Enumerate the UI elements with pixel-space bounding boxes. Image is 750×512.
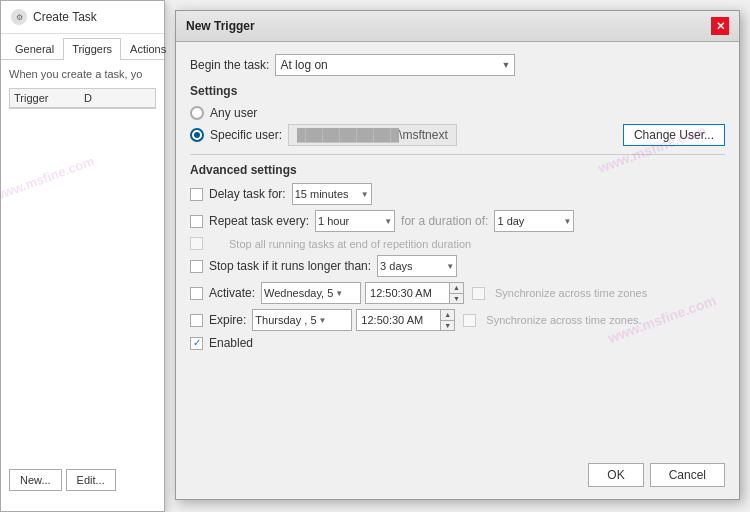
- create-task-window: ⚙ Create Task General Triggers Actions W…: [0, 0, 165, 512]
- activate-time-spinner[interactable]: ▲ ▼: [450, 282, 464, 304]
- user-value-field: ████████████ \msftnext: [288, 124, 457, 146]
- create-task-icon: ⚙: [11, 9, 27, 25]
- begin-task-row: Begin the task: At log on ▼: [190, 54, 725, 76]
- begin-task-select[interactable]: At log on ▼: [275, 54, 515, 76]
- repeat-task-select[interactable]: 1 hour ▼: [315, 210, 395, 232]
- expire-time-spinner[interactable]: ▲ ▼: [441, 309, 455, 331]
- activate-sync-checkbox: [472, 287, 485, 300]
- delay-task-label: Delay task for:: [209, 187, 286, 201]
- specific-user-row: Specific user: ████████████ \msftnext Ch…: [190, 124, 725, 146]
- expire-sync-label: Synchronize across time zones.: [486, 314, 641, 326]
- stop-if-arrow-icon: ▼: [446, 262, 454, 271]
- delay-arrow-icon: ▼: [361, 190, 369, 199]
- stop-if-runs-select[interactable]: 3 days ▼: [377, 255, 457, 277]
- activate-time-input[interactable]: 12:50:30 AM: [365, 282, 450, 304]
- any-user-row: Any user: [190, 106, 725, 120]
- trigger-header: Trigger D: [10, 89, 155, 108]
- change-user-button[interactable]: Change User...: [623, 124, 725, 146]
- dialog-body: Begin the task: At log on ▼ Settings Any…: [176, 42, 739, 370]
- advanced-settings-title: Advanced settings: [190, 163, 725, 177]
- tab-actions[interactable]: Actions: [121, 38, 175, 59]
- enabled-checkbox[interactable]: [190, 337, 203, 350]
- ok-button[interactable]: OK: [588, 463, 643, 487]
- expire-date-select[interactable]: Thursday , 5 ▼: [252, 309, 352, 331]
- activate-checkbox[interactable]: [190, 287, 203, 300]
- expire-time-up-icon[interactable]: ▲: [441, 310, 454, 321]
- dialog-title: New Trigger: [186, 19, 255, 33]
- any-user-label: Any user: [210, 106, 257, 120]
- expire-checkbox[interactable]: [190, 314, 203, 327]
- stop-if-runs-row: Stop task if it runs longer than: 3 days…: [190, 255, 725, 277]
- expire-label: Expire:: [209, 313, 246, 327]
- dialog-titlebar: New Trigger ✕: [176, 11, 739, 42]
- create-task-tabs: General Triggers Actions: [1, 34, 164, 60]
- create-task-titlebar: ⚙ Create Task: [1, 1, 164, 34]
- stop-all-checkbox: [190, 237, 203, 250]
- activate-row: Activate: Wednesday, 5 ▼ 12:50:30 AM ▲ ▼…: [190, 282, 725, 304]
- begin-task-arrow-icon: ▼: [501, 60, 510, 70]
- for-duration-select[interactable]: 1 day ▼: [494, 210, 574, 232]
- tab-general[interactable]: General: [6, 38, 63, 59]
- stop-all-row: Stop all running tasks at end of repetit…: [190, 237, 725, 250]
- expire-time-down-icon[interactable]: ▼: [441, 321, 454, 331]
- expire-time-input[interactable]: 12:50:30 AM: [356, 309, 441, 331]
- tab-triggers[interactable]: Triggers: [63, 38, 121, 60]
- watermark-bg: www.msfine.com: [0, 153, 96, 203]
- repeat-task-label: Repeat task every:: [209, 214, 309, 228]
- cancel-button[interactable]: Cancel: [650, 463, 725, 487]
- expire-row: Expire: Thursday , 5 ▼ 12:50:30 AM ▲ ▼ S…: [190, 309, 725, 331]
- activate-time-down-icon[interactable]: ▼: [450, 294, 463, 304]
- enabled-label: Enabled: [209, 336, 253, 350]
- dialog-close-button[interactable]: ✕: [711, 17, 729, 35]
- stop-if-runs-label: Stop task if it runs longer than:: [209, 259, 371, 273]
- delay-task-checkbox[interactable]: [190, 188, 203, 201]
- bg-action-buttons: New... Edit...: [9, 469, 116, 491]
- activate-time-input-group: 12:50:30 AM ▲ ▼: [365, 282, 464, 304]
- new-trigger-dialog: New Trigger ✕ Begin the task: At log on …: [175, 10, 740, 500]
- settings-label: Settings: [190, 84, 725, 98]
- duration-arrow-icon: ▼: [564, 217, 572, 226]
- repeat-task-row: Repeat task every: 1 hour ▼ for a durati…: [190, 210, 725, 232]
- divider-1: [190, 154, 725, 155]
- edit-trigger-button[interactable]: Edit...: [66, 469, 116, 491]
- activate-time-up-icon[interactable]: ▲: [450, 283, 463, 294]
- activate-sync-label: Synchronize across time zones: [495, 287, 647, 299]
- stop-all-label: Stop all running tasks at end of repetit…: [229, 238, 471, 250]
- repeat-task-checkbox[interactable]: [190, 215, 203, 228]
- activate-date-arrow-icon: ▼: [335, 289, 343, 298]
- bg-content-text: When you create a task, yo Trigger D: [1, 60, 164, 117]
- enabled-row: Enabled: [190, 336, 725, 350]
- begin-task-label: Begin the task:: [190, 58, 269, 72]
- new-trigger-button[interactable]: New...: [9, 469, 62, 491]
- activate-date-select[interactable]: Wednesday, 5 ▼: [261, 282, 361, 304]
- specific-user-radio[interactable]: [190, 128, 204, 142]
- expire-time-input-group: 12:50:30 AM ▲ ▼: [356, 309, 455, 331]
- expire-date-arrow-icon: ▼: [319, 316, 327, 325]
- trigger-table: Trigger D: [9, 88, 156, 109]
- dialog-footer: OK Cancel: [588, 463, 725, 487]
- for-duration-label: for a duration of:: [401, 214, 488, 228]
- delay-task-row: Delay task for: 15 minutes ▼: [190, 183, 725, 205]
- activate-label: Activate:: [209, 286, 255, 300]
- repeat-arrow-icon: ▼: [384, 217, 392, 226]
- any-user-radio[interactable]: [190, 106, 204, 120]
- delay-task-select[interactable]: 15 minutes ▼: [292, 183, 372, 205]
- stop-if-runs-checkbox[interactable]: [190, 260, 203, 273]
- expire-sync-checkbox: [463, 314, 476, 327]
- create-task-title: Create Task: [33, 10, 97, 24]
- specific-user-label: Specific user:: [210, 128, 282, 142]
